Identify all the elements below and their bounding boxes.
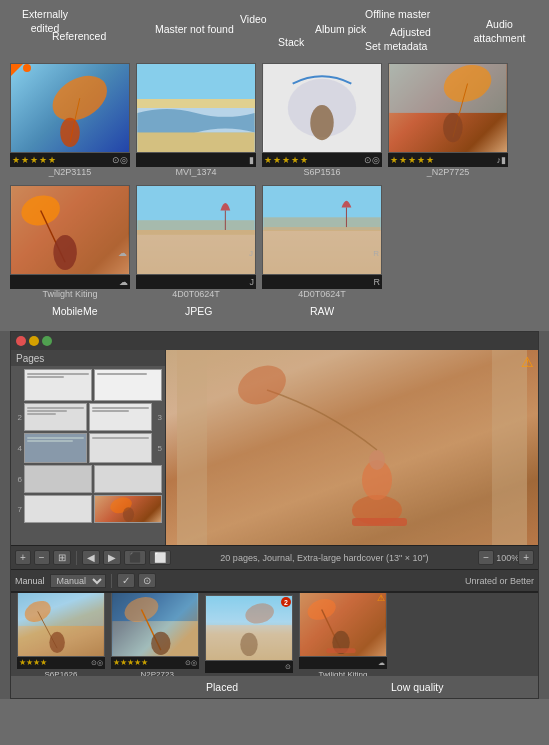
autoflow-button[interactable]: ⬛ [124, 550, 146, 565]
film-thumbnail: 2 [205, 595, 293, 661]
layout-button[interactable]: ⬜ [149, 550, 171, 565]
thumbnail-item[interactable]: 2 ⚙ ★★★★★ ⊙◎ S6P1516 [262, 63, 382, 177]
star-rating-bar: ★★★★★ ⊙◎ [10, 153, 130, 167]
film-icons: ⊙◎ [185, 659, 197, 667]
film-stars: ★★★★★ [113, 658, 148, 667]
nav-right-button[interactable]: ▶ [103, 550, 121, 565]
label-album-pick: Album pick [315, 23, 366, 37]
page-number: 7 [14, 505, 22, 514]
page-number: 3 [154, 413, 162, 422]
raw-icon: R [373, 249, 379, 258]
page-item[interactable]: 6 [14, 465, 162, 493]
svg-rect-4 [137, 132, 254, 152]
svg-point-47 [240, 633, 257, 656]
label-placed: Placed [206, 681, 238, 693]
nav-left-button[interactable]: ◀ [82, 550, 100, 565]
remove-page-button[interactable]: − [34, 550, 50, 565]
film-icons: ☁ [378, 659, 385, 667]
film-strip-item[interactable]: ★★★★ ⊙◎ S6P1626 [17, 591, 105, 676]
page-thumbnail [89, 403, 152, 431]
star-rating-bar: ☁ [10, 275, 130, 289]
svg-point-43 [151, 631, 170, 654]
film-thumb-svg [18, 592, 104, 656]
page-item[interactable]: 4 5 [14, 433, 162, 463]
thumbnail-item[interactable]: R R 4D0T0624T [262, 185, 382, 299]
svg-point-38 [49, 631, 65, 652]
page-thumbnail [24, 403, 87, 431]
svg-point-25 [123, 507, 134, 522]
film-star-bar: ☁ [299, 657, 387, 669]
film-star-bar: ⊙ [205, 661, 293, 673]
star-rating-bar: ▮ [136, 153, 256, 167]
thumbnail-svg [263, 186, 381, 274]
page-item[interactable] [14, 369, 162, 401]
film-strip-item[interactable]: ⚠ ☁ Twilight Kiting [299, 591, 387, 676]
label-audio-attachment: Audio attachment [460, 18, 539, 45]
page-thumbnail [89, 433, 152, 463]
svg-rect-22 [263, 217, 380, 231]
book-content-area: Pages [11, 350, 538, 545]
toolbar-separator [111, 574, 112, 588]
check-button[interactable]: ✓ [117, 573, 135, 588]
maximize-window-button[interactable] [42, 336, 52, 346]
svg-rect-31 [352, 518, 407, 526]
thumbnail-svg [263, 64, 381, 152]
page-number: 4 [14, 444, 22, 453]
rating-filter-label: Unrated or Better [465, 576, 534, 586]
labels-row-top: Externally edited Referenced Master not … [10, 8, 539, 63]
thumbnail-image: 2 ⚙ [262, 63, 382, 153]
thumb-icons: ☁ [119, 277, 128, 287]
zoom-in-button[interactable]: + [518, 550, 534, 565]
film-icons: ⊙◎ [91, 659, 103, 667]
manual-label: Manual [15, 576, 45, 586]
thumb-icons: R [374, 277, 381, 287]
thumbnail-label: 4D0T0624T [136, 289, 256, 299]
svg-point-2 [60, 118, 80, 147]
book-toolbar-2: Manual Manual ✓ ⊙ Unrated or Better [11, 569, 538, 591]
film-strip-item[interactable]: ★★★★★ ⊙◎ _N2P2723 [111, 591, 199, 676]
book-toolbar-1: + − ⊞ ◀ ▶ ⬛ ⬜ 20 pages, Journal, Extra-l… [11, 545, 538, 569]
label-referenced: Referenced [52, 30, 106, 44]
film-strip-item[interactable]: 2 ⊙ [205, 595, 293, 674]
pages-button[interactable]: ⊞ [53, 550, 71, 565]
warning-icon: ⚠ [377, 593, 385, 603]
film-icons: ⊙ [285, 663, 291, 671]
star-rating-bar: R [262, 275, 382, 289]
film-strip: ★★★★ ⊙◎ S6P1626 ★★★★★ [11, 591, 538, 676]
thumbnail-svg [389, 64, 507, 152]
page-item[interactable]: 2 [14, 403, 162, 431]
zoom-out-button[interactable]: − [478, 550, 494, 565]
thumbnail-item[interactable]: ▮ MVI_1374 [136, 63, 256, 177]
window-titlebar [11, 332, 538, 350]
page-thumb-svg [95, 496, 161, 522]
close-window-button[interactable] [16, 336, 26, 346]
svg-rect-52 [327, 648, 356, 653]
label-stack: Stack [278, 36, 304, 50]
thumb-icons: ▮ [249, 155, 254, 165]
thumbnail-item[interactable]: ★★★★★ ⊙◎ _N2P3115 [10, 63, 130, 177]
film-thumbnail: ⚠ [299, 591, 387, 657]
stars: ★★★★★ [390, 155, 435, 165]
minimize-window-button[interactable] [29, 336, 39, 346]
thumbnail-item[interactable]: J J 4D0T0624T [136, 185, 256, 299]
options-button[interactable]: ⊙ [138, 573, 156, 588]
layout-select[interactable]: Manual [50, 574, 106, 588]
svg-point-15 [53, 235, 76, 270]
film-star-bar: ★★★★ ⊙◎ [17, 657, 105, 669]
page-item[interactable]: 7 [14, 495, 162, 523]
page-thumbnail [94, 465, 162, 493]
svg-point-11 [443, 113, 463, 142]
thumbnail-item[interactable]: ★★★★★ ♪▮ _N2P7725 [388, 63, 508, 177]
top-thumbnail-section: Externally edited Referenced Master not … [0, 0, 549, 331]
film-strip-labels: Placed Low quality [11, 676, 538, 698]
label-master-not-found: Master not found [155, 23, 234, 37]
stars: ★★★★★ [12, 155, 57, 165]
thumbnail-svg [11, 186, 129, 274]
thumbnail-label: S6P1516 [262, 167, 382, 177]
low-quality-badge: 2 [281, 597, 291, 607]
preview-image: ⚠ [166, 350, 538, 545]
thumbnail-item[interactable]: ☁ ☁ Twilight Kiting [10, 185, 130, 299]
mobileme-icon: ☁ [118, 248, 127, 258]
star-rating-bar: ★★★★★ ⊙◎ [262, 153, 382, 167]
add-page-button[interactable]: + [15, 550, 31, 565]
